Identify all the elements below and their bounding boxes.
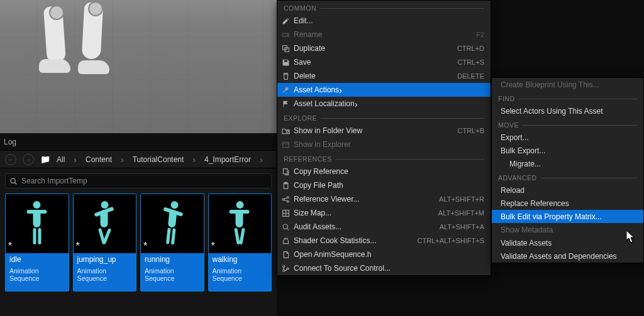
asset-name: jumping_up [74,253,136,266]
flag-icon [281,99,290,108]
svg-point-0 [11,178,15,183]
submenu-section-find: FIND [492,91,643,104]
breadcrumb-item[interactable]: Content [86,155,112,164]
submenu-item-select-actors[interactable]: Select Actors Using This Asset [492,104,643,117]
save-icon [281,58,290,67]
nav-back-button[interactable]: ← [5,154,16,165]
unsaved-star-icon: * [76,241,80,252]
svg-point-6 [286,130,288,132]
svg-point-12 [282,199,284,200]
unsaved-star-icon: * [211,241,215,252]
viewport-3d[interactable] [0,0,277,133]
submenu-section-advanced: ADVANCED [492,170,643,183]
menu-item-copy-reference[interactable]: Copy Reference [277,165,491,178]
cook-icon [281,236,290,245]
menu-item-audit-assets[interactable]: Audit Assets...ALT+SHIFT+A [277,220,491,234]
asset-tile[interactable]: * jumping_up Animation Sequence [73,193,137,291]
submenu-item-bulk-edit-matrix[interactable]: Bulk Edit via Property Matrix... [492,210,643,223]
submenu-section-move: MOVE [492,117,643,131]
log-title: Log [0,133,277,151]
menu-item-show-explorer[interactable]: Show in Explorer [277,138,491,151]
copy-icon [281,167,290,176]
breadcrumb-item[interactable]: 4_ImportError [204,155,251,164]
submenu-item-reload[interactable]: Reload [492,183,643,197]
submenu-item-validate-assets[interactable]: Validate Assets [492,236,643,249]
menu-item-asset-actions[interactable]: Asset Actions [277,83,491,97]
chevron-right-icon [118,155,126,165]
asset-grid: * idle Animation Sequence * jumping_up A… [0,193,277,291]
asset-name: idle [6,253,69,266]
clipboard-icon [281,181,290,190]
nav-forward-button[interactable]: → [23,154,34,165]
submenu-item-create-blueprint[interactable]: Create Blueprint Using This... [492,78,643,91]
asset-type: Animation Sequence [141,266,204,291]
duplicate-icon [281,44,290,53]
asset-name: running [141,253,204,266]
unsaved-star-icon: * [143,241,147,252]
svg-point-13 [287,196,289,198]
asset-type: Animation Sequence [74,266,136,291]
content-browser-panel: Log ← → All Content TutorialContent 4_Im… [0,133,277,316]
file-icon [281,250,290,259]
audit-icon [281,222,290,231]
grid-icon [281,209,290,217]
svg-point-21 [282,270,284,271]
menu-item-shader-cook[interactable]: Shader Cook Statistics...CTRL+ALT+SHIFT+… [277,234,491,248]
search-input[interactable]: Search ImportTemp [5,173,272,188]
context-menu: COMMON Edit... RenameF2 DuplicateCTRL+D … [277,0,491,276]
menu-item-asset-localization[interactable]: Asset Localization [277,97,491,111]
submenu-item-validate-assets-dependencies[interactable]: Validate Assets and Dependencies [492,249,643,263]
chevron-right-icon [190,155,198,165]
menu-item-reference-viewer[interactable]: Reference Viewer...ALT+SHIFT+R [277,192,491,206]
wrench-icon [281,85,290,94]
menu-item-size-map[interactable]: Size Map...ALT+SHIFT+M [277,206,491,220]
menu-section-common: COMMON [277,1,491,14]
svg-point-22 [287,268,289,270]
breadcrumb-item[interactable]: TutorialContent [133,155,184,164]
breadcrumb-bar: ← → All Content TutorialContent 4_Import… [0,151,277,168]
search-placeholder: Search ImportTemp [21,177,87,185]
menu-item-show-folder[interactable]: Show in Folder ViewCTRL+B [277,124,491,138]
svg-rect-2 [282,33,287,36]
menu-item-rename[interactable]: RenameF2 [277,28,491,41]
svg-point-20 [282,265,284,267]
menu-item-delete[interactable]: DeleteDELETE [277,69,491,83]
submenu-item-replace-references[interactable]: Replace References [492,197,643,210]
rename-icon [281,30,290,39]
folder-icon [40,155,50,164]
menu-item-save[interactable]: SaveCTRL+S [277,55,491,69]
svg-line-19 [287,228,289,230]
menu-section-references: REFERENCES [277,151,491,165]
asset-type: Animation Sequence [209,266,272,291]
menu-section-explore: EXPLORE [277,111,491,124]
chevron-right-icon [71,155,79,165]
graph-icon [281,195,290,204]
svg-rect-9 [283,168,287,173]
chevron-right-icon [339,85,342,95]
asset-tile[interactable]: * walking Animation Sequence [208,193,272,291]
menu-item-copy-path[interactable]: Copy File Path [277,178,491,192]
submenu-item-show-metadata[interactable]: Show Metadata [492,223,643,236]
chevron-right-icon [257,155,265,165]
asset-actions-submenu: Create Blueprint Using This... FIND Sele… [491,77,644,263]
trash-icon [281,72,290,80]
pencil-icon [281,16,290,25]
menu-item-open-header[interactable]: Open AnimSequence.h [277,248,491,261]
folder-search-icon [281,126,290,135]
asset-type: Animation Sequence [6,266,69,291]
submenu-item-migrate[interactable]: Migrate... [492,157,643,170]
submenu-item-export[interactable]: Export... [492,131,643,144]
unsaved-star-icon: * [8,241,12,252]
menu-item-duplicate[interactable]: DuplicateCTRL+D [277,41,491,55]
branch-icon [281,264,290,273]
svg-line-1 [15,182,17,184]
svg-rect-7 [282,142,289,147]
breadcrumb-all[interactable]: All [57,155,65,164]
svg-point-18 [283,224,287,229]
menu-item-source-control[interactable]: Connect To Source Control... [277,261,491,275]
svg-point-14 [287,200,289,202]
asset-tile[interactable]: * idle Animation Sequence [5,193,69,291]
submenu-item-bulk-export[interactable]: Bulk Export... [492,144,643,157]
asset-tile[interactable]: * running Animation Sequence [140,193,204,291]
menu-item-edit[interactable]: Edit... [277,14,491,28]
